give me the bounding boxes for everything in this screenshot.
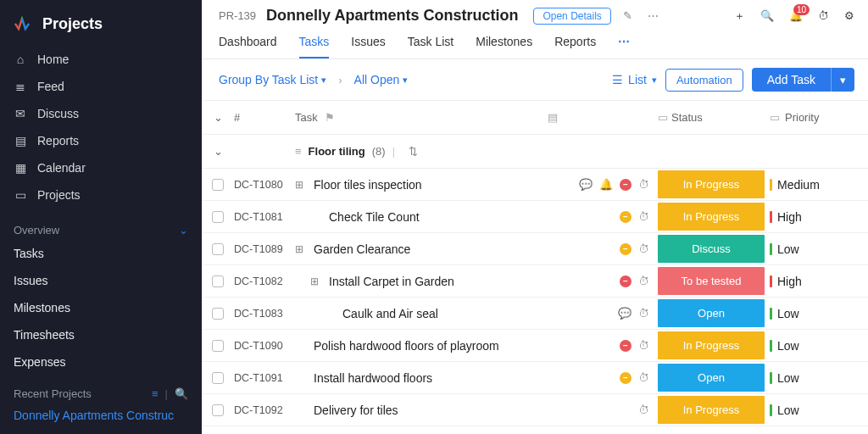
priority-cell[interactable]: Low xyxy=(770,371,868,385)
priority-cell[interactable]: Low xyxy=(770,403,868,417)
filter-icon[interactable]: ≡ xyxy=(152,387,159,400)
timer-icon[interactable]: ⏱ xyxy=(638,275,649,287)
status-cell[interactable]: Open xyxy=(658,299,770,327)
row-checkbox[interactable] xyxy=(202,243,234,255)
task-row[interactable]: DC-T1081 Check Tile Count −⏱ In Progress… xyxy=(202,201,868,233)
overview-header[interactable]: Overview ⌄ xyxy=(0,217,202,240)
timer-icon[interactable]: ⏱ xyxy=(638,242,649,255)
task-cell[interactable]: Delivery for tiles xyxy=(295,403,565,417)
row-checkbox[interactable] xyxy=(202,340,234,352)
row-checkbox[interactable] xyxy=(202,275,234,287)
subtask-expand-icon[interactable]: ⊞ xyxy=(310,275,322,287)
nav-home[interactable]: ⌂Home xyxy=(0,46,202,73)
task-cell[interactable]: Polish hardwood floors of playroom xyxy=(295,339,565,353)
task-cell[interactable]: ⊞ Floor tiles inspection xyxy=(295,178,565,192)
status-cell[interactable]: Open xyxy=(658,364,770,392)
row-checkbox[interactable] xyxy=(202,372,234,384)
tab-dashboard[interactable]: Dashboard xyxy=(219,30,277,58)
task-row[interactable]: DC-T1083 Caulk and Air seal 💬⏱ Open Low xyxy=(202,298,868,330)
tab-milestones[interactable]: Milestones xyxy=(476,30,532,58)
col-status[interactable]: ▭Status xyxy=(658,111,770,124)
sort-icon[interactable]: ⇅ xyxy=(409,145,418,158)
priority-cell[interactable]: Low xyxy=(770,339,868,353)
kanban-icon[interactable]: ▤ xyxy=(548,111,558,124)
status-dot-icon[interactable]: − xyxy=(620,243,632,255)
task-row[interactable]: DC-T1082 ⊞ Install Carpet in Garden −⏱ T… xyxy=(202,265,868,298)
notifications-icon[interactable]: 🔔10 xyxy=(789,9,803,22)
subnav-timesheets[interactable]: Timesheets xyxy=(0,321,202,348)
timer-icon[interactable]: ⏱ xyxy=(638,178,649,191)
nav-feed[interactable]: ≣Feed xyxy=(0,73,202,100)
nav-discuss[interactable]: ✉Discuss xyxy=(0,100,202,127)
task-cell[interactable]: Caulk and Air seal xyxy=(295,307,565,320)
row-checkbox[interactable] xyxy=(202,404,234,416)
automation-button[interactable]: Automation xyxy=(665,69,743,92)
priority-cell[interactable]: Medium xyxy=(770,178,868,192)
status-cell[interactable]: In Progress xyxy=(658,396,770,424)
reminder-icon[interactable]: 🔔 xyxy=(599,178,613,191)
task-cell[interactable]: Install hardwood floors xyxy=(295,371,565,385)
subtask-expand-icon[interactable]: ⊞ xyxy=(295,179,307,191)
row-checkbox[interactable] xyxy=(202,211,234,223)
pin-icon[interactable]: ✎ xyxy=(620,9,636,22)
timer-icon[interactable]: ⏱ xyxy=(638,339,649,352)
filter-dropdown[interactable]: All Open ▾ xyxy=(354,73,409,86)
timer-icon[interactable]: ⏱ xyxy=(638,210,649,223)
search-icon[interactable]: 🔍 xyxy=(175,387,188,400)
tab-tasklist[interactable]: Task List xyxy=(408,30,453,58)
settings-icon[interactable]: ⚙ xyxy=(844,9,854,22)
group-by-dropdown[interactable]: Group By Task List ▾ xyxy=(219,73,326,86)
more-icon[interactable]: ⋯ xyxy=(644,9,662,22)
timer-icon[interactable]: ⏱ xyxy=(638,307,649,320)
add-task-caret[interactable]: ▾ xyxy=(831,68,854,92)
row-checkbox[interactable] xyxy=(202,179,234,191)
status-dot-icon[interactable]: − xyxy=(620,275,632,287)
tab-tasks[interactable]: Tasks xyxy=(299,30,330,58)
status-dot-icon[interactable]: − xyxy=(620,340,632,352)
status-dot-icon[interactable]: − xyxy=(620,179,632,191)
status-dot-icon[interactable]: − xyxy=(620,211,632,223)
nav-calendar[interactable]: ▦Calendar xyxy=(0,154,202,181)
task-row[interactable]: DC-T1090 Polish hardwood floors of playr… xyxy=(202,330,868,362)
status-cell[interactable]: Discuss xyxy=(658,235,770,263)
nav-reports[interactable]: ▤Reports xyxy=(0,127,202,154)
subnav-expenses[interactable]: Expenses xyxy=(0,348,202,376)
row-checkbox[interactable] xyxy=(202,308,234,320)
tab-issues[interactable]: Issues xyxy=(351,30,385,58)
add-task-button[interactable]: Add Task xyxy=(752,68,831,92)
col-id[interactable]: # xyxy=(234,111,295,124)
open-details-button[interactable]: Open Details xyxy=(533,8,610,25)
tab-reports[interactable]: Reports xyxy=(554,30,596,58)
subnav-issues[interactable]: Issues xyxy=(0,267,202,294)
priority-cell[interactable]: Low xyxy=(770,307,868,320)
nav-projects[interactable]: ▭Projects xyxy=(0,181,202,209)
collapse-all-icon[interactable]: ⌄ xyxy=(202,111,234,124)
subtask-expand-icon[interactable]: ⊞ xyxy=(295,243,307,255)
task-row[interactable]: DC-T1080 ⊞ Floor tiles inspection 💬🔔−⏱ I… xyxy=(202,169,868,201)
comment-icon[interactable]: 💬 xyxy=(618,307,632,320)
group-row[interactable]: ⌄ ≡ Floor tiling (8) | ⇅ xyxy=(202,135,868,169)
task-cell[interactable]: ⊞ Install Carpet in Garden xyxy=(295,275,565,288)
priority-cell[interactable]: High xyxy=(770,275,868,288)
task-row[interactable]: DC-T1089 ⊞ Garden Clearance −⏱ Discuss L… xyxy=(202,233,868,265)
group-toggle-icon[interactable]: ⌄ xyxy=(202,145,234,158)
task-cell[interactable]: Check Tile Count xyxy=(295,210,565,224)
status-cell[interactable]: In Progress xyxy=(658,170,770,198)
col-task[interactable]: Task ⚑ ▤ xyxy=(295,111,565,124)
comment-icon[interactable]: 💬 xyxy=(579,178,593,191)
task-row[interactable]: DC-T1091 Install hardwood floors −⏱ Open… xyxy=(202,362,868,394)
timer-icon[interactable]: ⏱ xyxy=(638,371,649,384)
status-cell[interactable]: To be tested xyxy=(658,267,770,295)
priority-cell[interactable]: High xyxy=(770,210,868,224)
search-icon[interactable]: 🔍 xyxy=(760,9,774,22)
col-priority[interactable]: ▭Priority xyxy=(770,111,868,124)
subnav-milestones[interactable]: Milestones xyxy=(0,294,202,321)
recent-project-link[interactable]: Donnelly Apartments Construc xyxy=(0,403,202,427)
tab-more[interactable]: ⋯ xyxy=(618,30,630,58)
task-row[interactable]: DC-T1092 Delivery for tiles ⏱ In Progres… xyxy=(202,394,868,426)
task-cell[interactable]: ⊞ Garden Clearance xyxy=(295,242,565,256)
subnav-tasks[interactable]: Tasks xyxy=(0,240,202,267)
status-cell[interactable]: In Progress xyxy=(658,331,770,359)
add-icon[interactable]: ＋ xyxy=(734,8,745,24)
timer-icon[interactable]: ⏱ xyxy=(638,403,649,416)
